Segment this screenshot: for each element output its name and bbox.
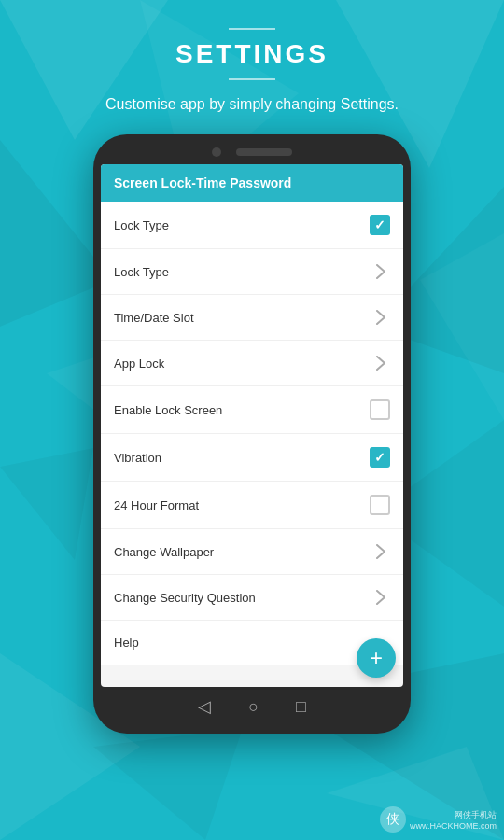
settings-item-enable-lock-screen[interactable]: Enable Lock Screen bbox=[101, 386, 403, 434]
checkbox-checked-vibration[interactable] bbox=[370, 447, 390, 468]
phone-top-bar bbox=[101, 147, 403, 157]
page-title: SETTINGS bbox=[0, 39, 504, 69]
phone-bottom-bar: ◁ ○ □ bbox=[101, 687, 403, 721]
page-header: SETTINGS Customise app by simply changin… bbox=[0, 0, 504, 116]
settings-label-app-lock: App Lock bbox=[114, 357, 164, 371]
app-header-title: Screen Lock-Time Password bbox=[114, 175, 390, 190]
chevron-icon bbox=[371, 354, 390, 372]
settings-item-app-lock[interactable]: App Lock bbox=[101, 341, 403, 386]
settings-label-change-security-question: Change Security Question bbox=[114, 591, 256, 605]
settings-label-24-hour-format: 24 Hour Format bbox=[114, 498, 199, 512]
settings-label-lock-type-check: Lock Type bbox=[114, 218, 169, 232]
settings-label-change-wallpaper: Change Wallpaper bbox=[114, 545, 214, 559]
settings-label-time-date-slot: Time/Date Slot bbox=[114, 311, 194, 325]
settings-item-time-date-slot[interactable]: Time/Date Slot bbox=[101, 295, 403, 341]
watermark-text: 网侠手机站 www.HACKHOME.com bbox=[410, 809, 497, 831]
fab-icon: + bbox=[370, 645, 383, 671]
phone-shell: Screen Lock-Time Password Lock TypeLock … bbox=[93, 134, 411, 734]
settings-item-vibration[interactable]: Vibration bbox=[101, 434, 403, 482]
settings-list: Lock TypeLock Type Time/Date Slot App Lo… bbox=[101, 202, 403, 665]
settings-label-vibration: Vibration bbox=[114, 451, 161, 465]
settings-item-lock-type-arrow[interactable]: Lock Type bbox=[101, 249, 403, 295]
header-line-bottom bbox=[229, 78, 275, 80]
chevron-icon bbox=[371, 588, 390, 607]
recent-button[interactable]: □ bbox=[296, 697, 306, 717]
settings-label-enable-lock-screen: Enable Lock Screen bbox=[114, 403, 222, 417]
chevron-icon bbox=[371, 308, 390, 327]
app-header-bar: Screen Lock-Time Password bbox=[101, 164, 403, 202]
watermark-icon: 侠 bbox=[380, 806, 406, 833]
checkbox-unchecked-24-hour-format[interactable] bbox=[370, 495, 390, 515]
settings-label-lock-type-arrow: Lock Type bbox=[114, 265, 169, 279]
home-button[interactable]: ○ bbox=[248, 697, 259, 717]
checkbox-checked-lock-type-check[interactable] bbox=[370, 215, 390, 235]
watermark: 侠 网侠手机站 www.HACKHOME.com bbox=[380, 806, 497, 833]
header-subtitle: Customise app by simply changing Setting… bbox=[0, 93, 504, 116]
phone-screen: Screen Lock-Time Password Lock TypeLock … bbox=[101, 164, 403, 687]
settings-item-change-wallpaper[interactable]: Change Wallpaper bbox=[101, 529, 403, 575]
back-button[interactable]: ◁ bbox=[198, 696, 211, 717]
chevron-icon bbox=[371, 542, 390, 561]
watermark-logo: 侠 网侠手机站 www.HACKHOME.com bbox=[380, 806, 497, 833]
phone-camera bbox=[212, 147, 221, 157]
header-line-top bbox=[229, 28, 275, 30]
phone-speaker bbox=[236, 148, 292, 156]
settings-item-24-hour-format[interactable]: 24 Hour Format bbox=[101, 482, 403, 529]
settings-item-lock-type-check[interactable]: Lock Type bbox=[101, 202, 403, 249]
fab-button[interactable]: + bbox=[357, 638, 396, 678]
settings-item-change-security-question[interactable]: Change Security Question bbox=[101, 575, 403, 621]
chevron-icon bbox=[371, 262, 390, 281]
checkbox-unchecked-enable-lock-screen[interactable] bbox=[370, 399, 390, 420]
settings-label-help: Help bbox=[114, 636, 139, 650]
